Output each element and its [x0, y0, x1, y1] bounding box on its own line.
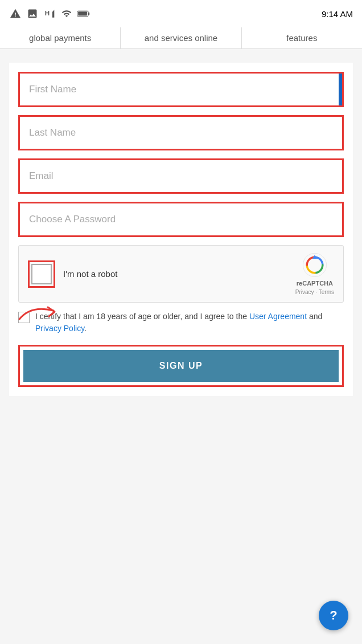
- recaptcha-right: reCAPTCHA Privacy · Terms: [295, 252, 334, 295]
- battery-icon: [77, 7, 90, 20]
- image-icon: [26, 7, 39, 20]
- svg-rect-3: [88, 13, 89, 15]
- svg-text:H: H: [45, 9, 50, 17]
- status-icons: H: [9, 7, 90, 20]
- recaptcha-checkbox-wrapper: [28, 260, 55, 288]
- last-name-input[interactable]: [21, 118, 341, 148]
- signup-form: I'm not a robot reCAPTCHA Privacy · Term…: [9, 63, 353, 396]
- terms-row: I certify that I am 18 years of age or o…: [18, 303, 344, 339]
- signup-button[interactable]: SIGN UP: [23, 350, 339, 382]
- first-name-input[interactable]: [21, 75, 341, 104]
- header-col-features: features: [242, 27, 362, 48]
- first-name-wrapper: [18, 72, 344, 107]
- password-input[interactable]: [21, 205, 341, 234]
- status-time: 9:14 AM: [322, 9, 353, 19]
- recaptcha-widget: I'm not a robot reCAPTCHA Privacy · Term…: [18, 245, 344, 303]
- warning-icon: [9, 7, 22, 20]
- help-button[interactable]: ?: [319, 601, 348, 630]
- privacy-policy-link[interactable]: Privacy Policy: [35, 324, 84, 333]
- signal-icon: [60, 7, 73, 20]
- user-agreement-link[interactable]: User Agreement: [249, 312, 307, 321]
- header-columns: global payments and services online feat…: [0, 27, 362, 49]
- recaptcha-checkbox[interactable]: [31, 264, 52, 284]
- header-col-payments: global payments: [0, 27, 121, 48]
- last-name-wrapper: [18, 115, 344, 150]
- recaptcha-links-label: Privacy · Terms: [295, 289, 334, 295]
- svg-rect-2: [78, 11, 87, 15]
- arrow-decoration-icon: [14, 299, 65, 322]
- h-signal-icon: H: [43, 7, 56, 20]
- signup-button-wrapper: SIGN UP: [18, 345, 344, 387]
- recaptcha-left: I'm not a robot: [28, 260, 117, 288]
- header-col-services: and services online: [121, 27, 241, 48]
- email-input[interactable]: [21, 161, 341, 191]
- status-bar: H 9:14 AM: [0, 0, 362, 27]
- recaptcha-label: I'm not a robot: [63, 269, 117, 279]
- terms-text: I certify that I am 18 years of age or o…: [35, 311, 344, 335]
- recaptcha-logo-icon: [302, 252, 327, 278]
- recaptcha-brand-label: reCAPTCHA: [297, 280, 333, 287]
- email-wrapper: [18, 158, 344, 194]
- password-wrapper: [18, 202, 344, 237]
